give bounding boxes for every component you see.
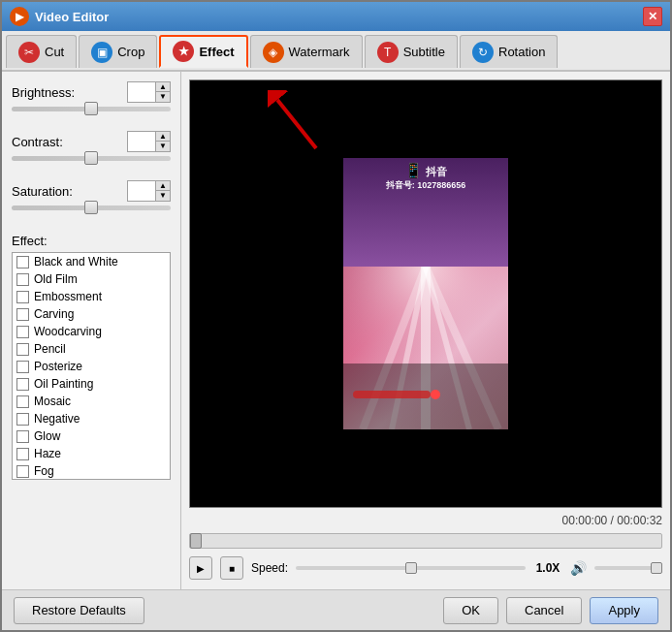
effect-label-pencil: Pencil [34, 342, 66, 356]
effect-checkbox-carving[interactable] [16, 308, 29, 321]
saturation-input-group[interactable]: 0 ▲ ▼ [127, 180, 171, 202]
video-preview: 📱 抖音 抖音号: 1027886656 [189, 79, 662, 508]
stop-button[interactable]: ■ [220, 556, 243, 580]
effect-item-old_film[interactable]: Old Film [13, 270, 170, 288]
brightness-thumb[interactable] [84, 102, 98, 115]
effect-item-black_white[interactable]: Black and White [13, 253, 170, 270]
brightness-down[interactable]: ▼ [156, 92, 170, 102]
speed-value: 1.0X [533, 561, 562, 575]
effect-checkbox-negative[interactable] [16, 413, 29, 426]
brightness-input-group[interactable]: 0 ▲ ▼ [127, 81, 171, 103]
tab-effect[interactable]: ★ Effect [159, 35, 247, 68]
contrast-spin: ▲ ▼ [155, 132, 170, 151]
effect-item-mosaic[interactable]: Mosaic [13, 393, 170, 410]
svg-rect-9 [353, 391, 431, 398]
tiktok-name: 抖音 [426, 166, 447, 177]
contrast-up[interactable]: ▲ [156, 132, 170, 142]
window-title: Video Editor [35, 10, 643, 24]
time-text: 00:00:00 / 00:00:32 [562, 514, 662, 527]
effect-checkbox-black_white[interactable] [16, 256, 29, 269]
speed-slider[interactable] [296, 566, 526, 570]
contrast-label: Contrast: [12, 135, 63, 149]
effect-checkbox-pencil[interactable] [16, 343, 29, 356]
effect-icon: ★ [173, 41, 194, 62]
effect-checkbox-woodcarving[interactable] [16, 326, 29, 338]
saturation-track[interactable] [12, 205, 171, 210]
play-button[interactable]: ▶ [189, 556, 212, 580]
contrast-track[interactable] [12, 156, 171, 161]
brightness-track[interactable] [12, 107, 171, 111]
effect-checkbox-fog[interactable] [16, 465, 29, 478]
effect-item-negative[interactable]: Negative [13, 410, 170, 427]
tab-rotation[interactable]: ↻ Rotation [460, 35, 558, 68]
effect-item-carving[interactable]: Carving [13, 305, 170, 323]
title-bar: ▶ Video Editor ✕ [2, 2, 670, 31]
apply-button[interactable]: Apply [590, 597, 658, 624]
effect-label-old_film: Old Film [34, 272, 78, 286]
brightness-spin: ▲ ▼ [155, 82, 170, 102]
svg-line-1 [277, 100, 316, 148]
contrast-thumb[interactable] [84, 151, 98, 165]
effect-label: Effect: [12, 234, 171, 248]
tab-crop[interactable]: ▣ Crop [79, 35, 157, 68]
crop-icon: ▣ [91, 42, 112, 63]
brightness-up[interactable]: ▲ [156, 82, 170, 92]
watermark-icon: ◈ [263, 42, 284, 63]
effect-checkbox-embossment[interactable] [16, 291, 29, 303]
brightness-group: Brightness: 0 ▲ ▼ [12, 81, 171, 119]
right-panel: 📱 抖音 抖音号: 1027886656 [181, 72, 670, 589]
contrast-down[interactable]: ▼ [156, 142, 170, 151]
effect-label-embossment: Embossment [34, 290, 102, 303]
cancel-button[interactable]: Cancel [506, 597, 582, 624]
effect-checkbox-glow[interactable] [16, 430, 29, 443]
effect-item-fog[interactable]: Fog [13, 462, 170, 480]
effect-item-posterize[interactable]: Posterize [13, 358, 170, 375]
effect-checkbox-old_film[interactable] [16, 273, 29, 286]
effect-list[interactable]: Black and WhiteOld FilmEmbossmentCarving… [12, 252, 171, 480]
ok-button[interactable]: OK [443, 597, 498, 624]
tab-crop-label: Crop [117, 45, 144, 59]
video-frame: 📱 抖音 抖音号: 1027886656 [343, 158, 508, 429]
timeline-thumb[interactable] [190, 533, 202, 549]
saturation-spin: ▲ ▼ [155, 181, 170, 201]
tab-watermark[interactable]: ◈ Watermark [250, 35, 363, 68]
contrast-input[interactable]: 0 [128, 134, 155, 149]
svg-point-10 [431, 390, 440, 399]
subtitle-icon: T [377, 42, 399, 63]
saturation-thumb[interactable] [84, 201, 98, 214]
restore-defaults-button[interactable]: Restore Defaults [14, 597, 144, 624]
tab-cut[interactable]: ✂ Cut [6, 35, 77, 68]
tab-subtitle[interactable]: T Subtitle [365, 35, 458, 68]
saturation-down[interactable]: ▼ [156, 191, 170, 201]
effect-item-oil_painting[interactable]: Oil Painting [13, 375, 170, 393]
effect-label-oil_painting: Oil Painting [34, 377, 93, 391]
bottom-bar: Restore Defaults OK Cancel Apply [2, 589, 670, 630]
effect-item-woodcarving[interactable]: Woodcarving [13, 323, 170, 340]
saturation-up[interactable]: ▲ [156, 181, 170, 191]
effect-label-woodcarving: Woodcarving [34, 325, 102, 338]
speed-thumb[interactable] [405, 562, 417, 574]
effect-item-haze[interactable]: Haze [13, 445, 170, 462]
speed-label: Speed: [251, 561, 288, 575]
red-arrow-overlay [268, 90, 326, 161]
video-editor-window: ▶ Video Editor ✕ ✂ Cut ▣ Crop ★ Effect ◈… [0, 0, 672, 632]
brightness-input[interactable]: 0 [128, 84, 155, 100]
effect-label-haze: Haze [34, 447, 61, 460]
effect-label-glow: Glow [34, 429, 60, 443]
controls-row: ▶ ■ Speed: 1.0X 🔊 [189, 554, 662, 582]
effect-checkbox-posterize[interactable] [16, 361, 29, 373]
effect-checkbox-mosaic[interactable] [16, 395, 29, 408]
timeline-bar[interactable] [189, 533, 662, 549]
saturation-input[interactable]: 0 [128, 183, 155, 199]
effect-checkbox-haze[interactable] [16, 448, 29, 460]
effect-checkbox-oil_painting[interactable] [16, 378, 29, 391]
effect-item-pencil[interactable]: Pencil [13, 340, 170, 358]
volume-icon: 🔊 [570, 560, 587, 576]
close-button[interactable]: ✕ [643, 7, 662, 26]
effect-label-carving: Carving [34, 307, 74, 321]
volume-slider[interactable] [594, 566, 662, 570]
effect-item-glow[interactable]: Glow [13, 427, 170, 445]
contrast-input-group[interactable]: 0 ▲ ▼ [127, 131, 171, 152]
volume-thumb[interactable] [651, 562, 662, 574]
effect-item-embossment[interactable]: Embossment [13, 288, 170, 305]
